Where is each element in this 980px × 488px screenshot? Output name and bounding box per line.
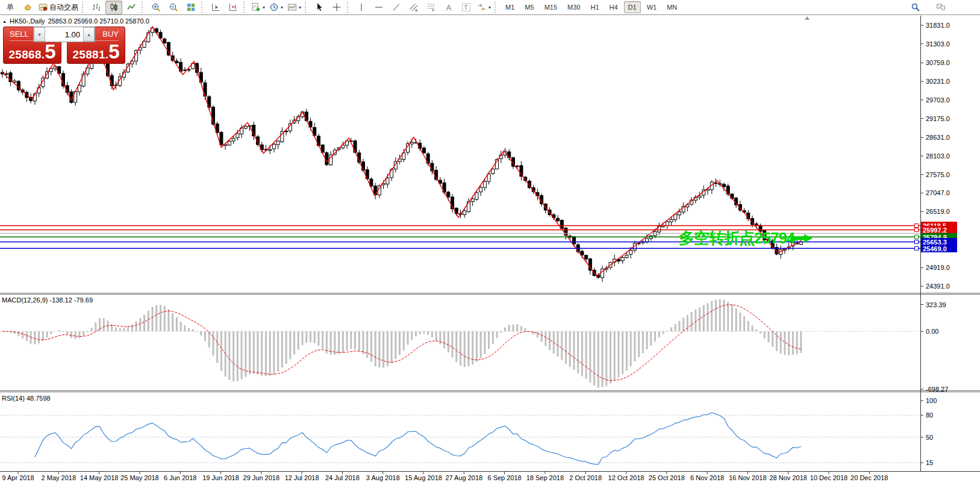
volume-decrease-button[interactable]: ▼ bbox=[34, 27, 45, 42]
macd-tick-label: 323.39 bbox=[926, 301, 946, 308]
macd-tick-label: 0.00 bbox=[926, 328, 938, 335]
indicators-icon bbox=[251, 2, 261, 12]
candle bbox=[698, 196, 701, 197]
rsi-line bbox=[35, 413, 801, 465]
new-order-button[interactable]: 单 bbox=[2, 1, 19, 14]
annotation-text[interactable]: 多空转折点25794 bbox=[679, 228, 794, 249]
timeframe-m1[interactable]: M1 bbox=[501, 1, 519, 13]
date-label: 6 Nov 2018 bbox=[690, 474, 724, 481]
horizontal-line-button[interactable] bbox=[370, 1, 387, 14]
macd-label: MACD(12,26,9) -138.12 -79.69 bbox=[2, 296, 93, 304]
candle bbox=[666, 222, 669, 226]
timeframe-h4[interactable]: H4 bbox=[605, 1, 622, 13]
candle bbox=[386, 178, 389, 184]
fibonacci-button[interactable]: F bbox=[423, 1, 440, 14]
candle bbox=[516, 166, 519, 167]
auto-scroll-button[interactable] bbox=[207, 1, 224, 14]
dropdown-arrow-icon[interactable]: ▾ bbox=[299, 5, 301, 10]
vertical-line-button[interactable] bbox=[353, 1, 370, 14]
trendline-button[interactable] bbox=[388, 1, 405, 14]
hline-anchor[interactable] bbox=[915, 240, 919, 244]
rsi-tick-label: 80 bbox=[926, 411, 933, 419]
timeframe-m5[interactable]: M5 bbox=[520, 1, 538, 13]
crosshair-button[interactable] bbox=[328, 1, 345, 14]
candle bbox=[471, 199, 474, 201]
annotation-arrow-icon[interactable] bbox=[790, 234, 813, 245]
timeframe-mn[interactable]: MN bbox=[663, 1, 681, 13]
candle bbox=[755, 224, 758, 225]
rsi-tick-label: 50 bbox=[926, 434, 933, 441]
hline-anchor[interactable] bbox=[915, 228, 919, 232]
dropdown-arrow-icon[interactable]: ▾ bbox=[263, 5, 265, 10]
timeframe-m15[interactable]: M15 bbox=[540, 1, 561, 13]
line-chart-button[interactable] bbox=[123, 1, 140, 14]
periods-button[interactable]: ▾ bbox=[267, 1, 285, 14]
toolbar-right bbox=[907, 1, 978, 14]
hline-anchor[interactable] bbox=[915, 235, 919, 239]
price-tick-label: 29175.0 bbox=[926, 115, 950, 122]
price-tick-label: 30231.0 bbox=[926, 78, 950, 85]
search-icon bbox=[911, 2, 920, 12]
bar-chart-button[interactable] bbox=[88, 1, 105, 14]
toolbar-separator bbox=[82, 2, 85, 13]
candle bbox=[678, 212, 681, 215]
dropdown-arrow-icon[interactable]: ▾ bbox=[281, 5, 283, 10]
price-axis: 26118.525997.225794.925653.325469.031831… bbox=[0, 16, 980, 472]
svg-text:E: E bbox=[416, 8, 418, 12]
text-button[interactable]: A bbox=[440, 1, 457, 14]
timeframe-w1[interactable]: W1 bbox=[643, 1, 661, 13]
date-label: 2 May 2018 bbox=[42, 474, 76, 481]
equidistant-channel-button[interactable]: E bbox=[405, 1, 422, 14]
svg-text:T: T bbox=[464, 4, 468, 11]
date-label: 25 May 2018 bbox=[120, 474, 159, 481]
candle bbox=[163, 39, 166, 43]
market-watch-button[interactable] bbox=[19, 1, 36, 14]
toolbar: 单自动交易▾▾▾EFAT▾M1M5M15M30H1H4D1W1MN bbox=[0, 0, 980, 15]
search-button[interactable] bbox=[907, 1, 924, 14]
horizontal-line-icon bbox=[374, 2, 384, 12]
cursor-button[interactable] bbox=[311, 1, 328, 14]
indicators-button[interactable]: ▾ bbox=[249, 1, 267, 14]
price-tick-label: 27047.0 bbox=[926, 189, 950, 196]
text-label-button[interactable]: T bbox=[458, 1, 475, 14]
timeframe-d1[interactable]: D1 bbox=[624, 1, 641, 13]
arrows-button[interactable]: ▾ bbox=[475, 1, 493, 14]
timeframe-m30[interactable]: M30 bbox=[563, 1, 584, 13]
toolbar-separator bbox=[243, 2, 246, 13]
candle bbox=[629, 250, 632, 254]
candle bbox=[447, 192, 450, 197]
hline-anchor[interactable] bbox=[915, 224, 919, 227]
autotrading-button-label: 自动交易 bbox=[49, 2, 78, 13]
chat-button[interactable] bbox=[932, 1, 949, 14]
templates-button[interactable]: ▾ bbox=[286, 1, 303, 14]
bar-chart-icon bbox=[92, 2, 101, 12]
date-label: 6 Sep 2018 bbox=[487, 474, 521, 481]
price-tick-label: 31831.0 bbox=[926, 22, 950, 29]
date-label: 19 Jun 2018 bbox=[202, 474, 239, 481]
autotrading-button[interactable]: 自动交易 bbox=[37, 1, 80, 14]
zoom-in-button[interactable] bbox=[148, 1, 164, 14]
volume-increase-button[interactable]: ▲ bbox=[83, 27, 95, 42]
volume-input[interactable] bbox=[45, 27, 83, 42]
hline-anchor[interactable] bbox=[915, 246, 919, 250]
chart-ohlc-values: 25853.0 25959.0 25710.0 25870.0 bbox=[48, 17, 149, 25]
dropdown-arrow-icon[interactable]: ▾ bbox=[488, 5, 491, 10]
chart-shift-button[interactable] bbox=[225, 1, 242, 14]
zoom-out-button[interactable] bbox=[165, 1, 182, 14]
zoom-in-icon bbox=[151, 2, 161, 12]
chart-symbol-period: HK50-,Daily bbox=[10, 17, 45, 25]
date-label: 16 Nov 2018 bbox=[729, 474, 766, 481]
svg-text:F: F bbox=[432, 8, 435, 12]
candle bbox=[557, 218, 560, 221]
arrows-icon bbox=[477, 2, 487, 12]
candle bbox=[483, 181, 486, 187]
candle bbox=[272, 144, 275, 149]
candle bbox=[236, 134, 239, 138]
macd-signal-line bbox=[2, 305, 801, 381]
timeframe-h1[interactable]: H1 bbox=[586, 1, 603, 13]
tile-windows-button[interactable] bbox=[183, 1, 199, 14]
price-tick-label: 28103.0 bbox=[926, 152, 950, 160]
candlestick-chart-button[interactable] bbox=[105, 1, 122, 14]
chart-canvas: 26118.525997.225794.925653.325469.031831… bbox=[0, 0, 980, 488]
candle bbox=[276, 141, 279, 145]
